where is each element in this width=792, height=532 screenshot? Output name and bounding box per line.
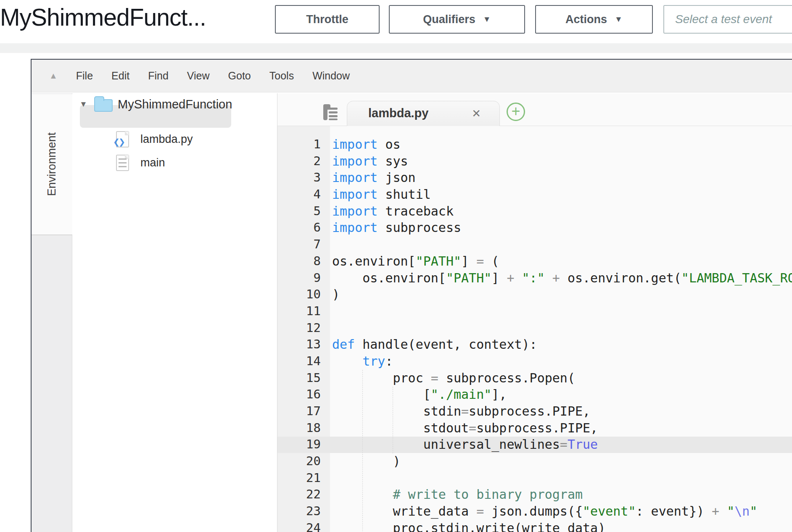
code-line[interactable]: os.environ["PATH"] + ":" + os.environ.ge… [332, 270, 792, 287]
code-line[interactable] [332, 303, 792, 320]
code-token-kw: import [332, 154, 378, 169]
menu-goto[interactable]: Goto [228, 70, 251, 82]
menu-find[interactable]: Find [148, 70, 169, 82]
folder-name-label: MyShimmedFunction [118, 97, 232, 111]
line-number[interactable]: 19 [277, 436, 321, 453]
line-number[interactable]: 2 [277, 153, 321, 170]
code-line[interactable]: stdout=subprocess.PIPE, [332, 420, 792, 437]
actions-button-label: Actions [565, 13, 607, 26]
actions-dropdown-button[interactable]: Actions ▼ [535, 5, 653, 34]
code-token-pl: [ [332, 387, 431, 402]
menu-file[interactable]: File [76, 70, 93, 82]
line-number[interactable]: 18 [277, 420, 321, 437]
line-number[interactable]: 15 [277, 370, 321, 387]
menu-tools[interactable]: Tools [269, 70, 294, 82]
line-number[interactable]: 5 [277, 203, 321, 220]
code-line[interactable]: ) [332, 453, 792, 470]
line-number[interactable]: 7 [277, 236, 321, 253]
code-line[interactable]: try: [332, 353, 792, 370]
code-line[interactable] [332, 236, 792, 253]
menu-window[interactable]: Window [312, 70, 350, 82]
code-token-pl [719, 504, 727, 519]
code-token-pl: os.environ.get( [560, 271, 681, 285]
code-line[interactable]: import subprocess [332, 219, 792, 236]
collapse-panel-icon[interactable]: ▲ [49, 71, 58, 81]
line-number[interactable]: 6 [277, 219, 321, 236]
code-line[interactable]: proc.stdin.write(write_data) [332, 520, 792, 532]
environment-panel-tab[interactable]: Environment [32, 94, 72, 235]
code-token-pl [545, 271, 552, 285]
close-tab-icon[interactable]: ✕ [472, 107, 481, 120]
code-line[interactable]: # write to binary program [332, 486, 792, 503]
function-title: MyShimmedFunct... [0, 3, 206, 31]
code-token-pl: json [378, 170, 415, 185]
code-token-op: + [507, 271, 514, 285]
code-line[interactable]: universal_newlines=True [332, 436, 792, 453]
tree-file-row-main[interactable]: main [72, 153, 274, 174]
code-token-pl: subprocess.Popen( [438, 371, 575, 385]
code-token-str: "event" [583, 504, 636, 519]
caret-down-icon: ▼ [615, 15, 623, 24]
code-editor-area[interactable]: 123456789101112131415161718192021222324 … [277, 126, 792, 532]
code-token-pl: ) [332, 287, 340, 302]
line-number[interactable]: 8 [277, 253, 321, 270]
new-tab-plus-icon[interactable]: + [507, 103, 525, 121]
line-number[interactable]: 9 [277, 270, 321, 287]
gutter[interactable]: 123456789101112131415161718192021222324 [277, 136, 321, 532]
code-line[interactable] [332, 470, 792, 487]
qualifiers-dropdown-button[interactable]: Qualifiers ▼ [389, 5, 525, 34]
menu-view[interactable]: View [187, 70, 210, 82]
code-token-pl: ) [332, 454, 401, 469]
tab-list-icon[interactable] [323, 104, 338, 123]
code-line[interactable]: ) [332, 286, 792, 303]
code-token-op: + [712, 504, 719, 519]
code-line[interactable]: def handle(event, context): [332, 336, 792, 353]
tree-file-row-lambda-py[interactable]: ❮❯ lambda.py [72, 129, 274, 150]
code-line[interactable]: import json [332, 169, 792, 186]
line-number[interactable]: 14 [277, 353, 321, 370]
line-number[interactable]: 22 [277, 486, 321, 503]
code-token-kw: import [332, 204, 378, 219]
code-line[interactable]: import traceback [332, 203, 792, 220]
line-number[interactable]: 23 [277, 503, 321, 520]
line-number[interactable]: 4 [277, 186, 321, 203]
code-line[interactable]: import shutil [332, 186, 792, 203]
line-number[interactable]: 24 [277, 520, 321, 532]
editor-tab-lambda-py[interactable]: lambda.py ✕ [347, 101, 500, 126]
code-file-icon: ❮❯ [116, 131, 129, 147]
line-number[interactable]: 10 [277, 286, 321, 303]
line-number[interactable]: 21 [277, 470, 321, 487]
code-line[interactable]: import sys [332, 153, 792, 170]
code-line[interactable]: stdin=subprocess.PIPE, [332, 403, 792, 420]
code-token-pl [332, 487, 393, 502]
code-token-pl: shutil [378, 187, 430, 202]
code-line[interactable]: proc = subprocess.Popen( [332, 370, 792, 387]
code-token-op: = [476, 254, 484, 269]
code-token-kw: import [332, 137, 378, 152]
caret-down-icon: ▼ [483, 15, 491, 24]
line-number[interactable]: 16 [277, 386, 321, 403]
line-number[interactable]: 17 [277, 403, 321, 420]
code-line[interactable]: import os [332, 136, 792, 153]
code-token-pl: os.environ[ [332, 254, 416, 269]
code-token-pl: ] [461, 254, 476, 269]
menu-edit[interactable]: Edit [111, 70, 129, 82]
code-token-pl: proc [332, 371, 431, 385]
code-token-str: ":" [522, 271, 545, 285]
code-line[interactable]: ["./main"], [332, 386, 792, 403]
line-number[interactable]: 1 [277, 136, 321, 153]
line-number[interactable]: 3 [277, 169, 321, 186]
line-number[interactable]: 11 [277, 303, 321, 320]
cloud9-editor-window: ▲ File Edit Find View Goto Tools Window … [31, 59, 792, 532]
line-number[interactable]: 13 [277, 336, 321, 353]
code-line[interactable] [332, 320, 792, 337]
text-lines-glyph [119, 158, 127, 169]
line-number[interactable]: 20 [277, 453, 321, 470]
folder-expander-icon[interactable]: ▼ [79, 100, 87, 109]
test-event-select[interactable]: Select a test event [663, 5, 792, 34]
code-line[interactable]: os.environ["PATH"] = ( [332, 253, 792, 270]
code-line[interactable]: write_data = json.dumps({"event": event}… [332, 503, 792, 520]
line-number[interactable]: 12 [277, 320, 321, 337]
code-lines[interactable]: import osimport sysimport jsonimport shu… [330, 136, 792, 532]
throttle-button[interactable]: Throttle [275, 5, 380, 34]
